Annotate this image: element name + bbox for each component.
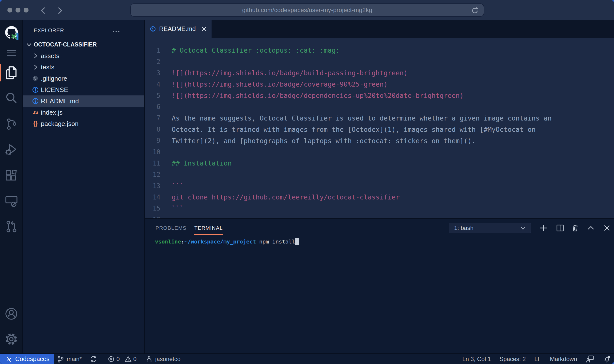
chevron-down-icon: [519, 224, 527, 232]
tree-item-tests[interactable]: tests: [23, 61, 144, 73]
code-line[interactable]: 4 ![](https://img.shields.io/badge/cover…: [145, 79, 614, 90]
tree-item-package-json[interactable]: {} package.json: [23, 118, 144, 129]
code-segment: git clone https://github.com/leereilly/o…: [172, 193, 400, 201]
browser-titlebar: github.com/codespaces/user-my-project-mg…: [0, 0, 614, 20]
tree-item-root[interactable]: OCTOCAT-CLASSIFIER: [23, 39, 144, 50]
files-icon[interactable]: [5, 66, 18, 80]
zoom-window-button[interactable]: [24, 8, 29, 13]
desktop: { "browser": { "url": "github.com/codesp…: [0, 0, 614, 364]
code-segment: ## Installation: [172, 159, 232, 167]
indentation-item[interactable]: Spaces: 2: [500, 356, 526, 363]
kill-terminal-icon[interactable]: [571, 224, 579, 232]
code-line[interactable]: 2: [145, 56, 614, 67]
code-line[interactable]: 10: [145, 146, 614, 158]
eol-item[interactable]: LF: [534, 356, 541, 363]
notifications-bell-icon[interactable]: [603, 355, 611, 363]
code-segment: ```: [172, 205, 184, 212]
code-segment: Octocat. It is trained with images from …: [172, 126, 536, 133]
user-status-item[interactable]: jasonetco: [145, 355, 181, 363]
terminal[interactable]: vsonline:~/workspace/my_project npm inst…: [155, 238, 609, 246]
code-segment: ![](https://img.shields.io/badge/depende…: [172, 92, 464, 99]
line-number: 5: [145, 92, 160, 99]
split-terminal-icon[interactable]: [556, 224, 564, 232]
terminal-prompt-user: vsonline: [155, 239, 181, 245]
gear-icon[interactable]: [4, 332, 18, 346]
tree-item-readme-md[interactable]: README.md: [23, 95, 144, 107]
source-control-icon[interactable]: [5, 117, 18, 131]
line-number: 3: [145, 69, 160, 77]
code-line[interactable]: 14 git clone https://github.com/leereill…: [145, 192, 614, 203]
tab-problems[interactable]: PROBLEMS: [155, 225, 186, 231]
remote-explorer-icon[interactable]: [4, 195, 18, 208]
codespaces-status-item[interactable]: Codespaces: [0, 354, 54, 364]
minimize-window-button[interactable]: [15, 8, 20, 13]
code-line[interactable]: 12: [145, 169, 614, 180]
code-line[interactable]: 9 Twitter](2), and [photographs of lapto…: [145, 135, 614, 146]
person-icon: [145, 355, 153, 363]
code-line[interactable]: 11 ## Installation: [145, 158, 614, 169]
close-icon[interactable]: [201, 26, 207, 31]
line-content: Octocat. It is trained with images from …: [160, 126, 536, 133]
branch-status-item[interactable]: main*: [57, 355, 82, 363]
tree-item--gitignore[interactable]: .gitignore: [23, 73, 144, 84]
search-icon[interactable]: [5, 91, 18, 105]
code-segment: Twitter](2), and [photographs of laptops…: [172, 137, 476, 145]
editor[interactable]: 1 # Octocat Classifier :octopus: :cat: :…: [145, 38, 614, 218]
maximize-panel-icon[interactable]: [587, 224, 595, 232]
tree-item-index-js[interactable]: JS index.js: [23, 107, 144, 118]
line-content: ## Installation: [160, 159, 232, 167]
browser-forward-icon[interactable]: [56, 6, 64, 15]
code-line[interactable]: 13 ```: [145, 180, 614, 192]
pull-request-icon[interactable]: [5, 220, 18, 233]
code-line[interactable]: 15 ```: [145, 203, 614, 214]
traffic-lights: [7, 8, 29, 13]
sync-status-item[interactable]: [89, 355, 98, 363]
feedback-icon[interactable]: [586, 355, 594, 363]
cursor-position-item[interactable]: Ln 3, Col 1: [462, 356, 491, 363]
line-number: 10: [145, 148, 160, 156]
editor-group: README.md 1 # Octocat Classifier :octopu…: [145, 20, 614, 353]
new-terminal-icon[interactable]: [539, 224, 548, 232]
code-line[interactable]: 8 Octocat. It is trained with images fro…: [145, 124, 614, 135]
warning-icon: [124, 355, 132, 363]
line-number: 11: [145, 160, 160, 167]
address-bar[interactable]: github.com/codespaces/user-my-project-mg…: [130, 3, 484, 17]
more-actions-icon[interactable]: [112, 29, 123, 34]
code-line[interactable]: 16: [145, 214, 614, 218]
github-codespaces-logo[interactable]: [5, 26, 18, 40]
tab-readme[interactable]: README.md: [145, 20, 212, 38]
git-branch-icon: [57, 355, 64, 363]
tree-item-label: tests: [41, 63, 54, 71]
menu-icon[interactable]: [6, 48, 17, 58]
browser-back-icon[interactable]: [39, 6, 47, 15]
line-number: 15: [145, 205, 160, 212]
tree-item-label: index.js: [41, 109, 62, 116]
js-file-icon: JS: [32, 109, 39, 116]
code-line[interactable]: 7 As the name suggests, Octocat Classifi…: [145, 112, 614, 124]
close-panel-icon[interactable]: [603, 224, 611, 232]
extensions-icon[interactable]: [5, 170, 18, 183]
explorer-title: EXPLORER: [34, 28, 64, 34]
sync-icon: [89, 355, 98, 363]
file-tree: OCTOCAT-CLASSIFIER assets tests .gitigno…: [23, 39, 144, 129]
close-window-button[interactable]: [7, 8, 12, 13]
activity-bar: [0, 20, 23, 353]
line-number: 14: [145, 194, 160, 201]
code-line[interactable]: 5 ![](https://img.shields.io/badge/depen…: [145, 90, 614, 101]
code-line[interactable]: 6: [145, 101, 614, 112]
problems-status-item[interactable]: 0 0: [107, 355, 137, 363]
terminal-shell-select[interactable]: 1: bash: [449, 223, 531, 233]
code-line[interactable]: 3 ![](https://img.shields.io/badge/build…: [145, 67, 614, 79]
code-line[interactable]: 1 # Octocat Classifier :octopus: :cat: :…: [145, 45, 614, 56]
language-mode-item[interactable]: Markdown: [550, 356, 577, 363]
tree-item-assets[interactable]: assets: [23, 50, 144, 61]
tree-item-license[interactable]: LICENSE: [23, 84, 144, 95]
run-debug-icon[interactable]: [4, 142, 18, 156]
tab-terminal[interactable]: TERMINAL: [194, 225, 223, 231]
warning-count: 0: [133, 356, 137, 363]
chevron-down-icon: [26, 41, 32, 48]
reload-icon[interactable]: [471, 6, 479, 15]
active-view-indicator: [0, 64, 1, 81]
json-file-icon: {}: [32, 120, 39, 127]
account-icon[interactable]: [4, 307, 18, 321]
